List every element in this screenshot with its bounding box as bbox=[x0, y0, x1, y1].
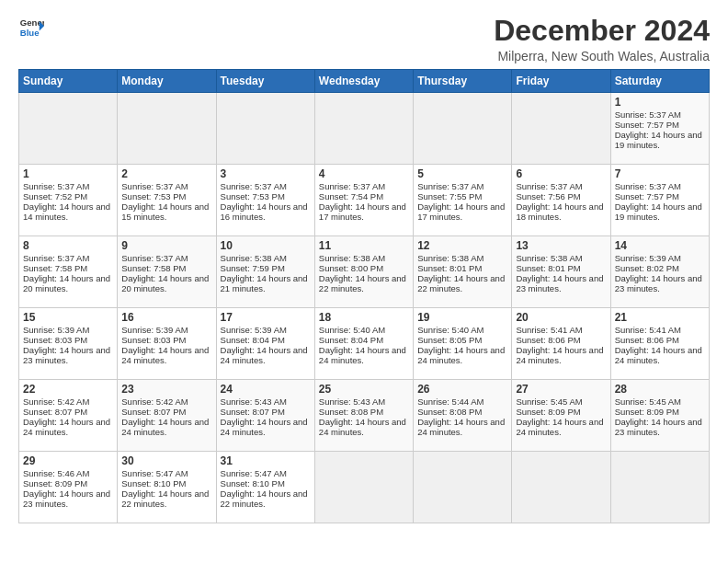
daylight-text: Daylight: 14 hours and 22 minutes. bbox=[121, 488, 209, 509]
day-cell: 18 Sunrise: 5:40 AM Sunset: 8:04 PM Dayl… bbox=[314, 308, 413, 380]
logo: General Blue bbox=[18, 15, 44, 40]
day-number: 9 bbox=[121, 239, 211, 252]
day-number: 16 bbox=[121, 311, 211, 324]
sunrise-text: Sunrise: 5:41 AM bbox=[615, 325, 681, 335]
daylight-text: Daylight: 14 hours and 19 minutes. bbox=[615, 130, 702, 150]
sunrise-text: Sunrise: 5:37 AM bbox=[121, 181, 188, 191]
week-row-4: 15 Sunrise: 5:39 AM Sunset: 8:03 PM Dayl… bbox=[19, 308, 710, 380]
col-tuesday: Tuesday bbox=[216, 70, 314, 93]
day-number: 25 bbox=[319, 383, 409, 396]
day-number: 17 bbox=[221, 311, 311, 324]
sunset-text: Sunset: 8:09 PM bbox=[23, 478, 87, 488]
daylight-text: Daylight: 14 hours and 24 minutes. bbox=[23, 417, 110, 437]
day-number: 10 bbox=[221, 239, 311, 252]
week-row-5: 22 Sunrise: 5:42 AM Sunset: 8:07 PM Dayl… bbox=[19, 380, 710, 452]
logo-icon: General Blue bbox=[18, 15, 44, 40]
sunrise-text: Sunrise: 5:37 AM bbox=[221, 181, 287, 191]
daylight-text: Daylight: 14 hours and 23 minutes. bbox=[516, 273, 603, 293]
sunrise-text: Sunrise: 5:42 AM bbox=[121, 396, 188, 407]
sunset-text: Sunset: 7:57 PM bbox=[615, 120, 679, 130]
day-cell: 27 Sunrise: 5:45 AM Sunset: 8:09 PM Dayl… bbox=[512, 380, 610, 452]
day-cell: 6 Sunrise: 5:37 AM Sunset: 7:56 PM Dayli… bbox=[512, 165, 610, 236]
day-number: 27 bbox=[516, 383, 606, 396]
sunrise-text: Sunrise: 5:43 AM bbox=[221, 396, 287, 407]
sunrise-text: Sunrise: 5:47 AM bbox=[121, 468, 188, 478]
day-cell bbox=[610, 452, 709, 523]
week-row-6: 29 Sunrise: 5:46 AM Sunset: 8:09 PM Dayl… bbox=[19, 452, 710, 523]
col-wednesday: Wednesday bbox=[314, 70, 413, 93]
sunrise-text: Sunrise: 5:39 AM bbox=[121, 325, 188, 335]
sunset-text: Sunset: 8:09 PM bbox=[615, 407, 679, 417]
sunrise-text: Sunrise: 5:41 AM bbox=[516, 325, 582, 335]
sunset-text: Sunset: 8:01 PM bbox=[417, 263, 482, 273]
daylight-text: Daylight: 14 hours and 15 minutes. bbox=[121, 201, 209, 222]
day-cell bbox=[414, 452, 512, 523]
day-number: 18 bbox=[319, 311, 409, 324]
day-cell: 10 Sunrise: 5:38 AM Sunset: 7:59 PM Dayl… bbox=[216, 236, 314, 308]
day-cell: 1 Sunrise: 5:37 AM Sunset: 7:52 PM Dayli… bbox=[19, 165, 118, 236]
day-cell: 13 Sunrise: 5:38 AM Sunset: 8:01 PM Dayl… bbox=[512, 236, 610, 308]
sunset-text: Sunset: 8:04 PM bbox=[221, 335, 285, 345]
sunset-text: Sunset: 8:00 PM bbox=[319, 263, 383, 273]
daylight-text: Daylight: 14 hours and 24 minutes. bbox=[615, 345, 702, 365]
daylight-text: Daylight: 14 hours and 24 minutes. bbox=[319, 417, 406, 437]
sunset-text: Sunset: 8:07 PM bbox=[121, 407, 186, 417]
svg-text:Blue: Blue bbox=[20, 28, 40, 38]
daylight-text: Daylight: 14 hours and 24 minutes. bbox=[221, 345, 308, 365]
daylight-text: Daylight: 14 hours and 23 minutes. bbox=[23, 488, 110, 509]
day-number: 7 bbox=[615, 167, 705, 180]
day-cell: 3 Sunrise: 5:37 AM Sunset: 7:53 PM Dayli… bbox=[216, 165, 314, 236]
sunset-text: Sunset: 8:02 PM bbox=[615, 263, 679, 273]
sunrise-text: Sunrise: 5:37 AM bbox=[23, 253, 89, 263]
sunrise-text: Sunrise: 5:46 AM bbox=[23, 468, 89, 478]
daylight-text: Daylight: 14 hours and 19 minutes. bbox=[615, 201, 702, 222]
calendar-table: Sunday Monday Tuesday Wednesday Thursday… bbox=[18, 69, 710, 523]
sunset-text: Sunset: 7:59 PM bbox=[221, 263, 285, 273]
day-cell: 23 Sunrise: 5:42 AM Sunset: 8:07 PM Dayl… bbox=[118, 380, 216, 452]
day-number: 12 bbox=[417, 239, 507, 252]
sunrise-text: Sunrise: 5:38 AM bbox=[516, 253, 582, 263]
day-cell: 11 Sunrise: 5:38 AM Sunset: 8:00 PM Dayl… bbox=[314, 236, 413, 308]
daylight-text: Daylight: 14 hours and 23 minutes. bbox=[615, 273, 702, 293]
sunrise-text: Sunrise: 5:37 AM bbox=[417, 181, 483, 191]
sunrise-text: Sunrise: 5:45 AM bbox=[615, 396, 681, 407]
day-cell bbox=[314, 93, 413, 165]
day-number: 6 bbox=[516, 167, 606, 180]
sunrise-text: Sunrise: 5:38 AM bbox=[221, 253, 287, 263]
day-number: 3 bbox=[221, 167, 311, 180]
day-cell: 17 Sunrise: 5:39 AM Sunset: 8:04 PM Dayl… bbox=[216, 308, 314, 380]
week-row-1: 1 Sunrise: 5:37 AM Sunset: 7:57 PM Dayli… bbox=[19, 93, 710, 165]
sunset-text: Sunset: 8:06 PM bbox=[615, 335, 679, 345]
calendar-subtitle: Milperra, New South Wales, Australia bbox=[494, 49, 710, 63]
col-sunday: Sunday bbox=[19, 70, 118, 93]
daylight-text: Daylight: 14 hours and 20 minutes. bbox=[23, 273, 110, 293]
day-cell: 30 Sunrise: 5:47 AM Sunset: 8:10 PM Dayl… bbox=[118, 452, 216, 523]
sunset-text: Sunset: 8:03 PM bbox=[121, 335, 186, 345]
week-row-2: 1 Sunrise: 5:37 AM Sunset: 7:52 PM Dayli… bbox=[19, 165, 710, 236]
daylight-text: Daylight: 14 hours and 22 minutes. bbox=[417, 273, 505, 293]
daylight-text: Daylight: 14 hours and 24 minutes. bbox=[319, 345, 406, 365]
sunrise-text: Sunrise: 5:39 AM bbox=[23, 325, 89, 335]
daylight-text: Daylight: 14 hours and 17 minutes. bbox=[417, 201, 505, 222]
sunset-text: Sunset: 8:01 PM bbox=[516, 263, 580, 273]
daylight-text: Daylight: 14 hours and 17 minutes. bbox=[319, 201, 406, 222]
sunset-text: Sunset: 7:54 PM bbox=[319, 191, 383, 201]
day-number: 8 bbox=[23, 239, 113, 252]
day-number: 11 bbox=[319, 239, 409, 252]
day-number: 30 bbox=[121, 454, 211, 467]
sunrise-text: Sunrise: 5:40 AM bbox=[417, 325, 483, 335]
day-number: 19 bbox=[417, 311, 507, 324]
sunrise-text: Sunrise: 5:37 AM bbox=[319, 181, 385, 191]
sunset-text: Sunset: 7:55 PM bbox=[417, 191, 482, 201]
day-cell: 29 Sunrise: 5:46 AM Sunset: 8:09 PM Dayl… bbox=[19, 452, 118, 523]
day-number: 26 bbox=[417, 383, 507, 396]
daylight-text: Daylight: 14 hours and 22 minutes. bbox=[319, 273, 406, 293]
sunset-text: Sunset: 7:58 PM bbox=[121, 263, 186, 273]
day-cell bbox=[512, 93, 610, 165]
daylight-text: Daylight: 14 hours and 24 minutes. bbox=[121, 345, 209, 365]
col-saturday: Saturday bbox=[610, 70, 709, 93]
day-cell: 8 Sunrise: 5:37 AM Sunset: 7:58 PM Dayli… bbox=[19, 236, 118, 308]
day-cell: 7 Sunrise: 5:37 AM Sunset: 7:57 PM Dayli… bbox=[610, 165, 709, 236]
day-cell: 1 Sunrise: 5:37 AM Sunset: 7:57 PM Dayli… bbox=[610, 93, 709, 165]
day-cell: 16 Sunrise: 5:39 AM Sunset: 8:03 PM Dayl… bbox=[118, 308, 216, 380]
